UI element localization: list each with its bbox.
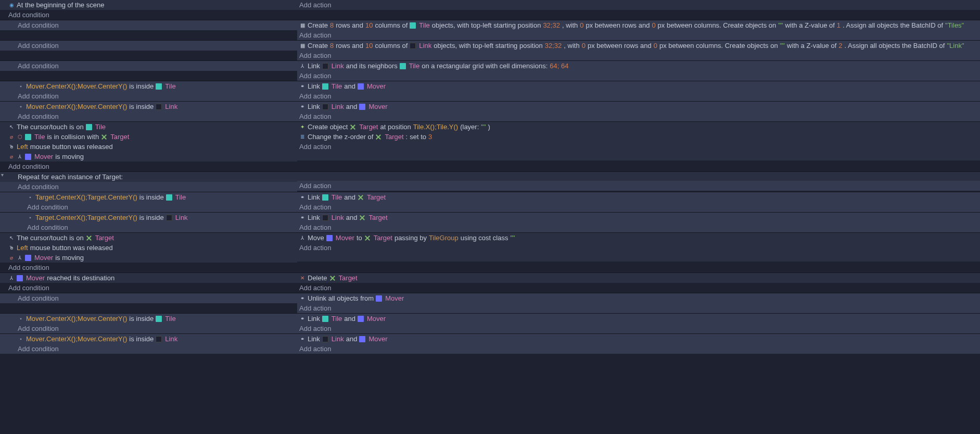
link-icon: ⚭ (299, 295, 306, 302)
add-condition[interactable]: Add condition (0, 111, 297, 121)
mouse-icon: 🖱 (8, 144, 15, 150)
condition-mover-inside-tile[interactable]: ▪ Mover.CenterX();Mover.CenterY() is ins… (0, 314, 297, 324)
add-condition[interactable]: Add condition (0, 344, 297, 354)
repeat-target-header[interactable]: Repeat for each instance of Target: (0, 172, 297, 182)
condition-left-released[interactable]: 🖱 Left mouse button was released (0, 142, 297, 152)
target-chip-icon (364, 235, 371, 241)
target-chip-icon (350, 124, 356, 130)
action-spacer (297, 152, 980, 160)
action-link-link-mover[interactable]: ⚭ Link Link and Mover (297, 102, 980, 111)
condition-mover-reached[interactable]: ⅄ Mover reached its destination (0, 273, 297, 283)
link-chip-icon (322, 215, 328, 221)
link-chip-icon (156, 104, 162, 110)
add-action[interactable]: Add action (297, 51, 980, 60)
delete-icon: ✕ (299, 275, 306, 281)
add-action[interactable]: Add action (297, 324, 980, 333)
add-action[interactable]: Add action (297, 0, 980, 10)
action-spacer (297, 172, 980, 181)
add-action[interactable]: Add action (297, 303, 980, 313)
action-create-tile-grid[interactable]: ▦ Create 8 rows and 10 columns of Tile o… (297, 20, 980, 30)
add-action[interactable]: Add action (297, 344, 980, 354)
condition-left-released[interactable]: 🖱 Left mouse button was released (0, 243, 297, 253)
condition-mover-moving[interactable]: ⌀ ⅄ Mover is moving (0, 152, 297, 162)
action-create-link-grid[interactable]: ▦ Create 8 rows and 10 columns of Link o… (297, 41, 980, 51)
add-action[interactable]: Add action (297, 222, 980, 232)
add-condition[interactable]: Add condition (0, 61, 297, 71)
action-move-mover[interactable]: ⅄ Move Mover to Target passing by TileGr… (297, 233, 980, 243)
add-action[interactable]: Add action (297, 91, 980, 101)
collapse-toggle[interactable]: ▾ (1, 172, 4, 178)
add-action[interactable]: Add action (297, 181, 980, 191)
mover-chip-icon (359, 104, 365, 110)
scene-icon: ◉ (8, 2, 15, 8)
condition-collision[interactable]: ⌀ ⬡ Tile is in collision with Target (0, 132, 297, 142)
collision-icon: ⬡ (17, 134, 23, 140)
action-link-tile-mover[interactable]: ⚭ Link Tile and Mover (297, 81, 980, 91)
mover-chip-icon (17, 275, 23, 281)
action-link-neighbors[interactable]: ⅄ Link Link and its neighbors Tile on a … (297, 61, 980, 71)
add-condition[interactable]: Add condition (0, 41, 297, 51)
point-icon: ▪ (27, 215, 33, 221)
add-condition[interactable]: Add condition (0, 162, 297, 171)
tile-chip-icon (322, 316, 328, 322)
not-icon: ⌀ (8, 255, 15, 261)
link-chip-icon (322, 63, 328, 69)
action-link-tile-target[interactable]: ⚭ Link Tile and Target (297, 192, 980, 202)
condition-target-inside-tile[interactable]: ▪ Target.CenterX();Target.CenterY() is i… (0, 192, 297, 202)
mouse-icon: 🖱 (8, 245, 15, 251)
action-link-tile-mover[interactable]: ⚭ Link Tile and Mover (297, 314, 980, 324)
condition-cursor-on-target[interactable]: ↖ The cursor/touch is on Target (0, 233, 297, 243)
add-condition[interactable]: Add condition (0, 324, 297, 333)
create-icon: ✦ (299, 124, 306, 130)
add-condition[interactable]: Add condition (0, 10, 297, 20)
condition-mover-inside-link[interactable]: ▪ Mover.CenterX();Mover.CenterY() is ins… (0, 102, 297, 111)
tile-chip-icon (322, 194, 328, 201)
condition-mover-inside-tile[interactable]: ▪ Mover.CenterX();Mover.CenterY() is ins… (0, 81, 297, 91)
link-icon: ⚭ (299, 104, 306, 110)
add-condition[interactable]: Add condition (0, 293, 297, 303)
add-condition[interactable]: Add condition (0, 182, 297, 192)
mover-chip-icon (358, 316, 364, 322)
action-delete-target[interactable]: ✕ Delete Target (297, 273, 980, 283)
add-action[interactable]: Add action (297, 283, 980, 293)
condition-target-inside-link[interactable]: ▪ Target.CenterX();Target.CenterY() is i… (0, 213, 297, 222)
add-action[interactable]: Add action (297, 111, 980, 121)
action-spacer (297, 262, 980, 270)
condition-mover-moving[interactable]: ⌀ ⅄ Mover is moving (0, 253, 297, 263)
tile-chip-icon (86, 124, 92, 130)
action-spacer (297, 10, 980, 19)
add-action[interactable]: Add action (297, 30, 980, 40)
mover-chip-icon (25, 154, 31, 160)
not-icon: ⌀ (8, 134, 15, 140)
link-chip-icon (156, 336, 162, 342)
condition-scene-begin[interactable]: ◉ At the beginning of the scene (0, 0, 297, 10)
nav-icon: ⅄ (17, 255, 23, 261)
tile-chip-icon (400, 63, 406, 69)
action-zorder-target[interactable]: ≣ Change the z-order of Target: set to 3 (297, 132, 980, 142)
nav-icon: ⅄ (299, 235, 306, 241)
link-icon: ⚭ (299, 194, 306, 201)
nav-icon: ⅄ (17, 154, 23, 160)
add-action[interactable]: Add action (297, 243, 980, 253)
add-condition[interactable]: Add condition (0, 283, 297, 293)
nav-icon: ⅄ (8, 275, 15, 281)
action-link-link-mover[interactable]: ⚭ Link Link and Mover (297, 334, 980, 344)
add-condition[interactable]: Add condition (0, 222, 297, 232)
mover-chip-icon (326, 235, 333, 241)
condition-mover-inside-link[interactable]: ▪ Mover.CenterX();Mover.CenterY() is ins… (0, 334, 297, 344)
action-create-target[interactable]: ✦ Create object Target at position Tile.… (297, 122, 980, 132)
link-icon: ⚭ (299, 83, 306, 90)
condition-cursor-on-tile[interactable]: ↖ The cursor/touch is on Tile (0, 122, 297, 132)
add-condition[interactable]: Add condition (0, 91, 297, 101)
add-action[interactable]: Add action (297, 71, 980, 81)
link-chip-icon (166, 215, 172, 221)
add-condition[interactable]: Add condition (0, 202, 297, 212)
action-unlink-mover[interactable]: ⚭ Unlink all objects from Mover (297, 293, 980, 303)
action-link-link-target[interactable]: ⚭ Link Link and Target (297, 213, 980, 222)
add-condition[interactable]: Add condition (0, 20, 297, 30)
link-icon: ⚭ (299, 316, 306, 322)
add-action[interactable]: Add action (297, 142, 980, 152)
add-action[interactable]: Add action (297, 202, 980, 212)
tile-chip-icon (322, 83, 328, 90)
add-condition[interactable]: Add condition (0, 263, 297, 272)
